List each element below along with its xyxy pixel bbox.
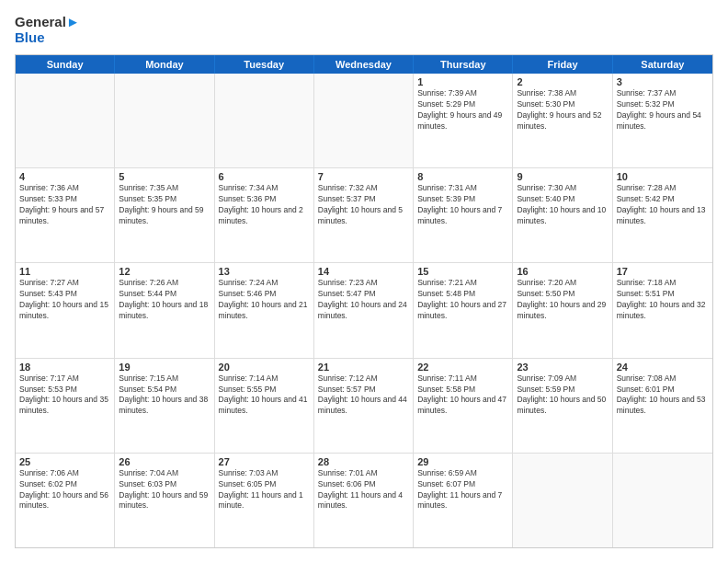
calendar-cell-4: 4Sunrise: 7:36 AM Sunset: 5:33 PM Daylig… <box>16 168 115 262</box>
day-header-friday: Friday <box>513 55 612 74</box>
calendar-cell-15: 15Sunrise: 7:21 AM Sunset: 5:48 PM Dayli… <box>414 263 513 357</box>
calendar-cell-empty <box>513 454 612 547</box>
calendar-cell-empty <box>115 74 214 167</box>
day-number: 20 <box>219 362 310 373</box>
cell-content: Sunrise: 7:37 AM Sunset: 5:32 PM Dayligh… <box>617 88 709 132</box>
day-number: 7 <box>318 171 409 182</box>
day-number: 8 <box>417 171 508 182</box>
calendar-row-2: 4Sunrise: 7:36 AM Sunset: 5:33 PM Daylig… <box>16 168 712 263</box>
cell-content: Sunrise: 7:04 AM Sunset: 6:03 PM Dayligh… <box>119 468 210 512</box>
day-number: 27 <box>219 456 310 467</box>
day-header-tuesday: Tuesday <box>215 55 314 74</box>
day-number: 23 <box>517 362 608 373</box>
cell-content: Sunrise: 7:01 AM Sunset: 6:06 PM Dayligh… <box>318 468 409 512</box>
day-number: 17 <box>617 266 709 277</box>
calendar-cell-11: 11Sunrise: 7:27 AM Sunset: 5:43 PM Dayli… <box>16 263 115 357</box>
calendar-cell-10: 10Sunrise: 7:28 AM Sunset: 5:42 PM Dayli… <box>613 168 712 262</box>
cell-content: Sunrise: 7:20 AM Sunset: 5:50 PM Dayligh… <box>517 278 608 322</box>
calendar-cell-14: 14Sunrise: 7:23 AM Sunset: 5:47 PM Dayli… <box>314 263 414 357</box>
day-number: 10 <box>617 171 709 182</box>
day-number: 19 <box>119 362 210 373</box>
day-number: 1 <box>417 76 508 87</box>
calendar-cell-empty <box>613 454 712 547</box>
cell-content: Sunrise: 7:09 AM Sunset: 5:59 PM Dayligh… <box>517 373 608 418</box>
cell-content: Sunrise: 6:59 AM Sunset: 6:07 PM Dayligh… <box>417 468 508 512</box>
cell-content: Sunrise: 7:28 AM Sunset: 5:42 PM Dayligh… <box>617 183 709 227</box>
calendar-cell-8: 8Sunrise: 7:31 AM Sunset: 5:39 PM Daylig… <box>414 168 513 262</box>
calendar-header: SundayMondayTuesdayWednesdayThursdayFrid… <box>16 55 712 74</box>
logo-text: General► Blue <box>15 15 80 45</box>
calendar-body: 1Sunrise: 7:39 AM Sunset: 5:29 PM Daylig… <box>16 74 712 547</box>
cell-content: Sunrise: 7:32 AM Sunset: 5:37 PM Dayligh… <box>318 183 409 227</box>
cell-content: Sunrise: 7:08 AM Sunset: 6:01 PM Dayligh… <box>617 373 709 418</box>
calendar-cell-6: 6Sunrise: 7:34 AM Sunset: 5:36 PM Daylig… <box>215 168 314 262</box>
day-number: 29 <box>417 456 508 467</box>
cell-content: Sunrise: 7:06 AM Sunset: 6:02 PM Dayligh… <box>19 468 110 512</box>
calendar-cell-23: 23Sunrise: 7:09 AM Sunset: 5:59 PM Dayli… <box>513 359 612 453</box>
day-header-sunday: Sunday <box>16 55 115 74</box>
day-header-wednesday: Wednesday <box>314 55 414 74</box>
cell-content: Sunrise: 7:39 AM Sunset: 5:29 PM Dayligh… <box>417 88 508 132</box>
calendar-cell-12: 12Sunrise: 7:26 AM Sunset: 5:44 PM Dayli… <box>115 263 214 357</box>
day-number: 4 <box>19 171 110 182</box>
day-number: 25 <box>19 456 110 467</box>
day-number: 22 <box>417 362 508 373</box>
calendar-row-5: 25Sunrise: 7:06 AM Sunset: 6:02 PM Dayli… <box>16 454 712 547</box>
cell-content: Sunrise: 7:23 AM Sunset: 5:47 PM Dayligh… <box>318 278 409 322</box>
day-number: 15 <box>417 266 508 277</box>
cell-content: Sunrise: 7:15 AM Sunset: 5:54 PM Dayligh… <box>119 373 210 418</box>
cell-content: Sunrise: 7:34 AM Sunset: 5:36 PM Dayligh… <box>219 183 310 227</box>
cell-content: Sunrise: 7:11 AM Sunset: 5:58 PM Dayligh… <box>417 373 508 418</box>
day-number: 28 <box>318 456 409 467</box>
calendar-row-4: 18Sunrise: 7:17 AM Sunset: 5:53 PM Dayli… <box>16 359 712 454</box>
calendar-cell-29: 29Sunrise: 6:59 AM Sunset: 6:07 PM Dayli… <box>414 454 513 547</box>
day-number: 3 <box>617 76 709 87</box>
calendar-cell-18: 18Sunrise: 7:17 AM Sunset: 5:53 PM Dayli… <box>16 359 115 453</box>
calendar-cell-9: 9Sunrise: 7:30 AM Sunset: 5:40 PM Daylig… <box>513 168 612 262</box>
cell-content: Sunrise: 7:27 AM Sunset: 5:43 PM Dayligh… <box>19 278 110 322</box>
calendar-row-1: 1Sunrise: 7:39 AM Sunset: 5:29 PM Daylig… <box>16 74 712 168</box>
cell-content: Sunrise: 7:24 AM Sunset: 5:46 PM Dayligh… <box>219 278 310 322</box>
calendar-cell-28: 28Sunrise: 7:01 AM Sunset: 6:06 PM Dayli… <box>314 454 414 547</box>
day-header-monday: Monday <box>115 55 214 74</box>
calendar-cell-20: 20Sunrise: 7:14 AM Sunset: 5:55 PM Dayli… <box>215 359 314 453</box>
cell-content: Sunrise: 7:21 AM Sunset: 5:48 PM Dayligh… <box>417 278 508 322</box>
day-number: 11 <box>19 266 110 277</box>
logo-blue: Blue <box>15 30 80 46</box>
day-number: 2 <box>517 76 608 87</box>
cell-content: Sunrise: 7:03 AM Sunset: 6:05 PM Dayligh… <box>219 468 310 512</box>
calendar-cell-22: 22Sunrise: 7:11 AM Sunset: 5:58 PM Dayli… <box>414 359 513 453</box>
calendar-cell-19: 19Sunrise: 7:15 AM Sunset: 5:54 PM Dayli… <box>115 359 214 453</box>
calendar-cell-empty <box>314 74 414 167</box>
day-number: 9 <box>517 171 608 182</box>
day-header-thursday: Thursday <box>414 55 513 74</box>
cell-content: Sunrise: 7:35 AM Sunset: 5:35 PM Dayligh… <box>119 183 210 227</box>
day-header-saturday: Saturday <box>613 55 712 74</box>
calendar-cell-2: 2Sunrise: 7:38 AM Sunset: 5:30 PM Daylig… <box>513 74 612 167</box>
calendar: SundayMondayTuesdayWednesdayThursdayFrid… <box>15 54 713 548</box>
day-number: 13 <box>219 266 310 277</box>
cell-content: Sunrise: 7:12 AM Sunset: 5:57 PM Dayligh… <box>318 373 409 418</box>
day-number: 6 <box>219 171 310 182</box>
page-header: General► Blue <box>15 15 713 45</box>
day-number: 16 <box>517 266 608 277</box>
day-number: 24 <box>617 362 709 373</box>
cell-content: Sunrise: 7:26 AM Sunset: 5:44 PM Dayligh… <box>119 278 210 322</box>
calendar-cell-26: 26Sunrise: 7:04 AM Sunset: 6:03 PM Dayli… <box>115 454 214 547</box>
calendar-cell-3: 3Sunrise: 7:37 AM Sunset: 5:32 PM Daylig… <box>613 74 712 167</box>
day-number: 18 <box>19 362 110 373</box>
calendar-row-3: 11Sunrise: 7:27 AM Sunset: 5:43 PM Dayli… <box>16 263 712 358</box>
calendar-cell-1: 1Sunrise: 7:39 AM Sunset: 5:29 PM Daylig… <box>414 74 513 167</box>
calendar-cell-21: 21Sunrise: 7:12 AM Sunset: 5:57 PM Dayli… <box>314 359 414 453</box>
cell-content: Sunrise: 7:18 AM Sunset: 5:51 PM Dayligh… <box>617 278 709 322</box>
cell-content: Sunrise: 7:38 AM Sunset: 5:30 PM Dayligh… <box>517 88 608 132</box>
calendar-cell-24: 24Sunrise: 7:08 AM Sunset: 6:01 PM Dayli… <box>613 359 712 453</box>
day-number: 5 <box>119 171 210 182</box>
day-number: 12 <box>119 266 210 277</box>
day-number: 14 <box>318 266 409 277</box>
calendar-cell-25: 25Sunrise: 7:06 AM Sunset: 6:02 PM Dayli… <box>16 454 115 547</box>
cell-content: Sunrise: 7:30 AM Sunset: 5:40 PM Dayligh… <box>517 183 608 227</box>
calendar-cell-7: 7Sunrise: 7:32 AM Sunset: 5:37 PM Daylig… <box>314 168 414 262</box>
cell-content: Sunrise: 7:31 AM Sunset: 5:39 PM Dayligh… <box>417 183 508 227</box>
calendar-cell-empty <box>16 74 115 167</box>
